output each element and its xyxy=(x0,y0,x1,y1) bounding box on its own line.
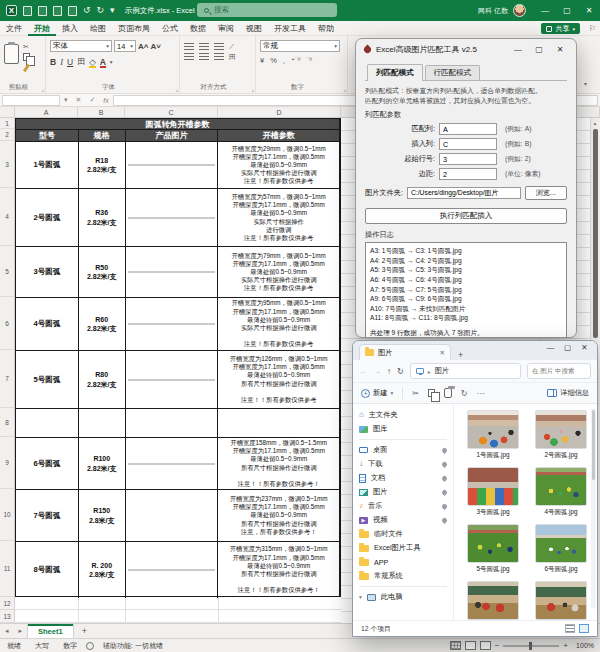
zoom-in-icon[interactable]: + xyxy=(563,641,568,650)
breadcrumb[interactable]: ▸ 图片 xyxy=(410,363,521,379)
file-thumbnail[interactable] xyxy=(535,410,587,449)
spec-cell[interactable]: R50 2.82米/支 xyxy=(79,247,126,297)
page-break-view-icon[interactable] xyxy=(480,641,491,650)
empty-cell[interactable] xyxy=(218,409,339,437)
image-cell[interactable] xyxy=(126,247,219,297)
row-header-4[interactable]: 4 xyxy=(0,188,15,246)
model-cell[interactable]: 2号圆弧 xyxy=(16,189,79,246)
account-name[interactable]: 网科 亿数 xyxy=(478,6,508,16)
col-header-c[interactable]: C xyxy=(125,107,218,117)
file-thumbnail[interactable] xyxy=(535,581,587,620)
align-center-icon[interactable] xyxy=(199,53,209,60)
tab-page-layout[interactable]: 页面布局 xyxy=(112,21,156,36)
rename-icon[interactable]: ↻ xyxy=(461,389,468,398)
vertical-scrollbar[interactable]: ▴ xyxy=(590,118,599,340)
normal-view-icon[interactable] xyxy=(450,641,461,650)
tab-home[interactable]: 开始 xyxy=(28,21,56,36)
file-item[interactable]: 5号圆弧.jpg xyxy=(462,524,524,574)
sidebar-item-home[interactable]: ⌂主文件夹 xyxy=(353,408,453,422)
row-header-5[interactable]: 5 xyxy=(0,246,15,297)
model-cell[interactable]: 6号圆弧 xyxy=(16,438,79,489)
start-row-input[interactable] xyxy=(439,153,497,165)
paste-button[interactable] xyxy=(4,44,19,64)
more-options-icon[interactable]: ⋯ xyxy=(477,389,485,398)
sidebar-item-downloads[interactable]: ↓下载 xyxy=(353,457,453,471)
explorer-scrollbar[interactable] xyxy=(591,408,596,608)
cut-icon[interactable]: ✂ xyxy=(23,43,30,50)
log-box[interactable]: A3: 1号圆弧 → C3: 1号圆弧.jpg A4: 2号圆弧 → C4: 2… xyxy=(365,242,567,338)
close-button[interactable]: ✕ xyxy=(578,0,600,21)
file-item[interactable]: 1号圆弧.jpg xyxy=(462,410,524,460)
tab-view[interactable]: 视图 xyxy=(240,21,268,36)
format-painter-icon[interactable] xyxy=(23,64,30,72)
tab-row-match[interactable]: 行匹配模式 xyxy=(425,65,481,80)
print-icon[interactable] xyxy=(68,6,77,16)
sidebar-item-system[interactable]: 常规系统 xyxy=(353,569,453,583)
grow-font-button[interactable]: A˄ xyxy=(138,42,148,51)
zoom-slider[interactable] xyxy=(503,645,559,647)
model-cell[interactable]: 7号圆弧 xyxy=(16,490,79,541)
list-view-icon[interactable] xyxy=(565,624,575,633)
comma-format-icon[interactable]: , xyxy=(283,56,285,65)
redo-icon[interactable]: ↻ xyxy=(97,6,105,15)
model-cell[interactable]: 4号圆弧 xyxy=(16,298,79,350)
dialog-maximize-icon[interactable]: ▢ xyxy=(531,45,547,54)
merged-title-cell[interactable]: 圆弧转角开槽参数 xyxy=(16,119,339,130)
row-header-11[interactable]: 11 xyxy=(0,541,15,597)
font-size-select[interactable]: 14▾ xyxy=(114,40,136,52)
maximize-button[interactable]: ▢ xyxy=(556,0,578,21)
params-cell[interactable]: 开槽宽度为57mm，微调0.5~1mm 开槽深度为17.1mm，微调0.5mm … xyxy=(218,189,339,246)
minimize-button[interactable]: — xyxy=(534,0,556,21)
sheet-prev-icon[interactable]: ◂ xyxy=(0,627,14,635)
browse-button[interactable]: 浏览... xyxy=(525,186,567,200)
undo-icon[interactable]: ↺ xyxy=(83,6,91,15)
run-match-button[interactable]: 执行列匹配插入 xyxy=(365,208,567,224)
copy-icon[interactable] xyxy=(23,53,30,61)
file-thumbnail[interactable] xyxy=(535,524,587,563)
spec-cell[interactable]: R150 2.8米/支 xyxy=(79,490,126,541)
save-icon[interactable] xyxy=(53,6,62,16)
row-header-7[interactable]: 7 xyxy=(0,350,15,408)
forward-icon[interactable]: → xyxy=(373,367,381,376)
file-item[interactable]: 6号圆弧.jpg xyxy=(530,524,592,574)
file-item[interactable]: 2号圆弧.jpg xyxy=(530,410,592,460)
open-icon[interactable] xyxy=(23,6,32,16)
tab-draw[interactable]: 绘图 xyxy=(84,21,112,36)
image-cell[interactable] xyxy=(126,542,219,598)
select-all-corner[interactable] xyxy=(0,107,15,118)
spec-cell[interactable]: R100 2.82米/支 xyxy=(79,438,126,489)
product-photo[interactable] xyxy=(128,569,216,571)
align-left-icon[interactable] xyxy=(184,53,194,60)
scrollbar-thumb[interactable] xyxy=(593,129,598,338)
sidebar-item-app[interactable]: APP xyxy=(353,555,453,569)
name-box[interactable] xyxy=(2,95,60,106)
italic-button[interactable]: I xyxy=(60,57,63,67)
header-cell[interactable]: 开槽参数 xyxy=(218,130,339,141)
file-thumbnail[interactable] xyxy=(535,467,587,506)
align-middle-icon[interactable] xyxy=(199,43,209,50)
paste-icon[interactable] xyxy=(444,388,452,398)
search-box[interactable]: 搜索 xyxy=(197,3,337,17)
product-photo[interactable] xyxy=(128,463,216,465)
scroll-up-icon[interactable]: ▴ xyxy=(594,120,597,126)
sidebar-item-gallery[interactable]: 图库 xyxy=(353,422,453,436)
shrink-font-button[interactable]: A˅ xyxy=(150,42,160,51)
tab-developer[interactable]: 开发工具 xyxy=(268,21,312,36)
borders-button[interactable]: 田 xyxy=(77,56,85,67)
file-thumbnail[interactable] xyxy=(467,410,519,449)
explorer-tab-pictures[interactable]: 图片 ✕ xyxy=(359,344,451,360)
header-cell[interactable]: 型号 xyxy=(16,130,79,141)
row-header-10[interactable]: 10 xyxy=(0,489,15,541)
params-cell[interactable]: 开槽宽度为95mm，微调0.5~1mm 开槽深度为17.1mm，微调0.5mm … xyxy=(218,298,339,350)
details-toggle-button[interactable]: 详细信息 xyxy=(547,388,589,398)
breadcrumb-folder[interactable]: 图片 xyxy=(435,366,449,376)
row-header-1[interactable]: 1 xyxy=(0,118,15,129)
spec-cell[interactable]: R80 2.82米/支 xyxy=(79,351,126,408)
font-dialog-launcher[interactable]: ⌟ xyxy=(175,85,178,92)
params-cell[interactable]: 开槽宽度为126mm，微调0.5~1mm 开槽宽度为17.1mm，微调0.5mm… xyxy=(218,351,339,408)
new-file-icon[interactable] xyxy=(38,6,47,16)
model-cell[interactable]: 3号圆弧 xyxy=(16,247,79,297)
explorer-minimize-icon[interactable]: — xyxy=(542,343,559,352)
increase-decimal-icon[interactable]: ⁺˙⁰ xyxy=(291,56,300,65)
margin-input[interactable] xyxy=(439,168,497,180)
